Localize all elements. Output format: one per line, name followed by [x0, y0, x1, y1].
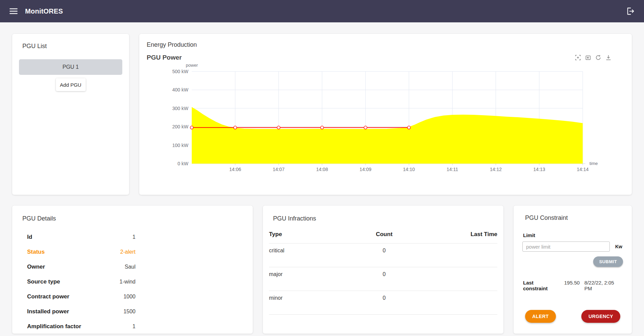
- unit-label: Kw: [615, 244, 622, 249]
- infractions-table: Type Count Last Time critical 0 major 0 …: [269, 231, 497, 315]
- infraction-type: critical: [269, 248, 354, 267]
- navbar: MonitORES: [0, 0, 644, 22]
- detail-label: Owner: [27, 264, 108, 270]
- pgu-list-card: PGU List PGU 1 Add PGU: [12, 34, 129, 195]
- detail-row-installed-power: Installed power 1500: [22, 304, 243, 319]
- column-count: Count: [354, 231, 415, 238]
- detail-row-status: Status 2-alert: [22, 245, 243, 259]
- svg-text:400 kW: 400 kW: [172, 87, 189, 92]
- bottom-row: PGU Details Id 1 Status 2-alert Owner Sa…: [12, 206, 632, 334]
- limit-input-row: Kw: [522, 241, 623, 252]
- pgu-power-chart[interactable]: 0 kW100 kW200 kW300 kW400 kW500 kW14:061…: [147, 63, 624, 175]
- chart-title: PGU Power: [147, 54, 182, 61]
- infraction-type: major: [269, 271, 354, 291]
- detail-row-id: Id 1: [22, 230, 243, 245]
- power-limit-input[interactable]: [522, 241, 610, 252]
- column-type: Type: [269, 231, 354, 238]
- status-badge: 2-alert: [108, 249, 136, 255]
- column-last-time: Last Time: [415, 231, 497, 238]
- detail-value: Saul: [108, 264, 136, 270]
- detail-label: Installed power: [27, 308, 108, 315]
- last-constraint-time: 8/22/22, 2:05 PM: [584, 280, 623, 291]
- svg-text:14:09: 14:09: [359, 167, 371, 172]
- detail-row-contract-power: Contract power 1000: [22, 289, 243, 304]
- infraction-type: minor: [269, 295, 354, 314]
- svg-text:14:08: 14:08: [316, 167, 328, 172]
- detail-row-source-type: Source type 1-wind: [22, 274, 243, 289]
- chart-header: PGU Power: [147, 54, 624, 61]
- detail-row-owner: Owner Saul: [22, 259, 243, 274]
- top-row: PGU List PGU 1 Add PGU Energy Production…: [12, 34, 632, 195]
- svg-text:14:10: 14:10: [403, 167, 415, 172]
- svg-text:500 kW: 500 kW: [172, 69, 189, 74]
- svg-text:200 kW: 200 kW: [172, 124, 189, 129]
- infraction-count: 0: [354, 295, 415, 314]
- constraint-actions: ALERT URGENCY: [522, 310, 623, 328]
- pgu-constraint-title: PGU Constraint: [525, 214, 623, 222]
- svg-text:14:07: 14:07: [273, 167, 285, 172]
- alert-button[interactable]: ALERT: [525, 310, 556, 323]
- svg-text:14:06: 14:06: [229, 167, 241, 172]
- add-pgu-button[interactable]: Add PGU: [56, 78, 86, 91]
- svg-text:100 kW: 100 kW: [172, 143, 189, 148]
- pgu-details-rows: Id 1 Status 2-alert Owner Saul Source ty…: [22, 230, 243, 334]
- app-title: MonitORES: [25, 7, 63, 15]
- limit-label: Limit: [523, 232, 623, 238]
- download-icon[interactable]: [605, 55, 611, 61]
- svg-text:0 kW: 0 kW: [178, 161, 189, 166]
- chart-toolbox: [575, 55, 611, 61]
- detail-label: Amplification factor: [27, 323, 108, 330]
- urgency-button[interactable]: URGENCY: [581, 310, 620, 323]
- detail-label: Contract power: [27, 293, 108, 300]
- infraction-last-time: [415, 248, 497, 267]
- infraction-count: 0: [354, 248, 415, 267]
- svg-text:time: time: [589, 161, 598, 166]
- last-constraint-label: Last constraint: [523, 280, 559, 291]
- infractions-table-header: Type Count Last Time: [269, 231, 497, 244]
- detail-label: Status: [27, 249, 108, 255]
- zoom-select-icon[interactable]: [575, 55, 581, 61]
- restore-icon[interactable]: [595, 55, 601, 61]
- detail-value: 1000: [108, 294, 136, 300]
- table-row-major: major 0: [269, 267, 497, 291]
- submit-row: SUBMIT: [522, 256, 623, 267]
- zoom-reset-icon[interactable]: [585, 55, 591, 61]
- pgu-details-title: PGU Details: [22, 215, 243, 222]
- detail-label: Source type: [27, 278, 108, 285]
- svg-text:14:14: 14:14: [577, 167, 588, 172]
- svg-text:power: power: [186, 63, 198, 68]
- pgu-infractions-card: PGU Infractions Type Count Last Time cri…: [263, 206, 503, 334]
- energy-production-card: Energy Production PGU Power: [139, 34, 632, 195]
- detail-value: 1: [108, 323, 136, 330]
- infraction-last-time: [415, 271, 497, 291]
- table-row-minor: minor 0: [269, 291, 497, 315]
- pgu-list-item-pgu1[interactable]: PGU 1: [19, 59, 122, 75]
- pgu-infractions-title: PGU Infractions: [273, 215, 497, 222]
- pgu-constraint-card: PGU Constraint Limit Kw SUBMIT Last cons…: [514, 206, 632, 334]
- hamburger-menu-icon[interactable]: [9, 6, 18, 16]
- pgu-list-title: PGU List: [22, 43, 122, 50]
- detail-value: 1: [108, 234, 136, 240]
- svg-text:14:11: 14:11: [446, 167, 458, 172]
- infraction-count: 0: [354, 271, 415, 291]
- submit-button[interactable]: SUBMIT: [593, 256, 623, 267]
- svg-text:14:13: 14:13: [533, 167, 545, 172]
- table-row-critical: critical 0: [269, 244, 497, 267]
- energy-production-title: Energy Production: [147, 41, 624, 48]
- logout-icon[interactable]: [626, 6, 635, 16]
- infraction-last-time: [415, 295, 497, 314]
- detail-value: 1-wind: [108, 279, 136, 285]
- main-content: PGU List PGU 1 Add PGU Energy Production…: [0, 22, 644, 334]
- svg-text:14:12: 14:12: [490, 167, 502, 172]
- pgu-details-card: PGU Details Id 1 Status 2-alert Owner Sa…: [12, 206, 253, 334]
- detail-label: Id: [27, 234, 108, 240]
- last-constraint-row: Last constraint 195.50 8/22/22, 2:05 PM: [523, 280, 623, 291]
- detail-row-amplification-factor: Amplification factor 1: [22, 319, 243, 334]
- detail-value: 1500: [108, 309, 136, 315]
- svg-text:300 kW: 300 kW: [172, 106, 189, 111]
- last-constraint-value: 195.50: [564, 280, 580, 286]
